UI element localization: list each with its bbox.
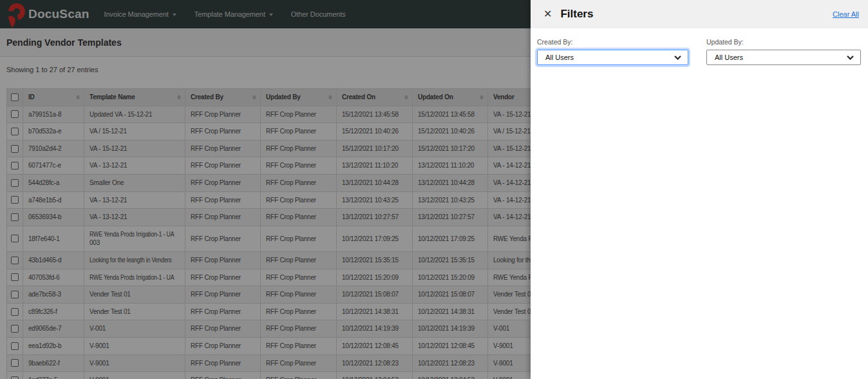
filters-panel-header: ✕ Filters Clear All (531, 0, 868, 28)
updated-by-select[interactable]: All Users (706, 50, 861, 65)
filters-panel: ✕ Filters Clear All Created By:All Users… (531, 0, 868, 379)
updated-by-label: Updated By: (706, 38, 861, 46)
created-by-filter-group: Created By:All Users (537, 38, 688, 65)
filters-panel-body: Created By:All UsersUpdated By:All Users (531, 28, 868, 65)
selected-value: All Users (715, 53, 743, 61)
clear-all-link[interactable]: Clear All (833, 10, 859, 18)
selected-value: All Users (545, 53, 574, 61)
created-by-label: Created By: (537, 38, 688, 46)
filters-title: Filters (560, 8, 593, 21)
created-by-select[interactable]: All Users (537, 50, 688, 65)
chevron-down-icon (847, 55, 854, 60)
chevron-down-icon (674, 55, 681, 60)
updated-by-filter-group: Updated By:All Users (706, 38, 861, 65)
close-icon[interactable]: ✕ (543, 9, 552, 19)
